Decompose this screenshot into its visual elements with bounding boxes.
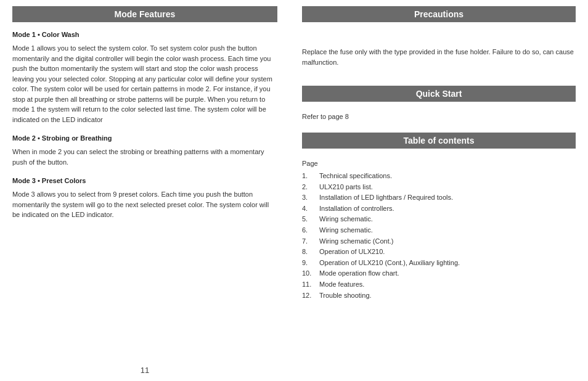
toc-list-item: 3.Installation of LED lightbars / Requir… — [302, 192, 576, 203]
mode3-text: Mode 3 allows you to select from 9 prese… — [12, 189, 277, 220]
toc-item-text: Operation of ULX210 (Cont.), Auxiliary l… — [319, 258, 460, 269]
toc-item-text: Wiring schematic (Cont.) — [319, 236, 393, 247]
toc-header: Table of contents — [302, 133, 576, 149]
toc-list-item: 12.Trouble shooting. — [302, 290, 576, 301]
toc-page-label: Page — [302, 160, 576, 167]
precautions-header: Precautions — [302, 6, 576, 22]
toc-list-item: 1.Technical specifications. — [302, 171, 576, 182]
toc-item-num: 7. — [302, 236, 319, 247]
toc-item-text: Installation of controllers. — [319, 203, 394, 215]
toc-item-num: 12. — [302, 290, 319, 301]
mode1-title: Mode 1 • Color Wash — [12, 31, 277, 38]
toc-item-num: 11. — [302, 279, 319, 290]
toc-item-num: 6. — [302, 225, 319, 236]
toc-item-text: Wiring schematic. — [319, 214, 373, 225]
toc-item-text: Operation of ULX210. — [319, 247, 385, 258]
quick-start-header: Quick Start — [302, 86, 576, 102]
toc-item-num: 1. — [302, 171, 319, 182]
toc-list-item: 11.Mode features. — [302, 279, 576, 290]
toc-list-item: 9.Operation of ULX210 (Cont.), Auxiliary… — [302, 258, 576, 269]
toc-list-item: 2.ULX210 parts list. — [302, 182, 576, 193]
mode-features-header: Mode Features — [12, 6, 277, 22]
toc-list-item: 4.Installation of controllers. — [302, 203, 576, 215]
toc-item-text: Mode features. — [319, 279, 364, 290]
toc-list-item: 8.Operation of ULX210. — [302, 247, 576, 258]
toc-item-num: 5. — [302, 214, 319, 225]
toc-item-text: ULX210 parts list. — [319, 182, 373, 193]
toc-item-num: 3. — [302, 192, 319, 203]
page-number: 11 — [12, 362, 277, 375]
toc-item-num: 8. — [302, 247, 319, 258]
toc-item-num: 10. — [302, 268, 319, 279]
mode1-text: Mode 1 allows you to select the system c… — [12, 43, 277, 125]
toc-item-num: 2. — [302, 182, 319, 193]
toc-list-item: 5.Wiring schematic. — [302, 214, 576, 225]
right-column: Precautions Replace the fuse only with t… — [290, 6, 588, 375]
mode2-text: When in mode 2 you can select the strobi… — [12, 147, 277, 167]
toc-list-item: 10.Mode operation flow chart. — [302, 268, 576, 279]
toc-item-text: Mode operation flow chart. — [319, 268, 399, 279]
toc-item-num: 9. — [302, 258, 319, 269]
toc-list-item: 6.Wiring schematic. — [302, 225, 576, 236]
mode2-title: Mode 2 • Strobing or Breathing — [12, 134, 277, 142]
quick-start-text: Refer to page 8 — [302, 113, 576, 120]
left-column: Mode Features Mode 1 • Color Wash Mode 1… — [0, 6, 290, 375]
mode3-title: Mode 3 • Preset Colors — [12, 177, 277, 184]
toc-item-text: Technical specifications. — [319, 171, 392, 182]
toc-item-text: Trouble shooting. — [319, 290, 372, 301]
precautions-text: Replace the fuse only with the type prov… — [302, 47, 576, 67]
toc-list: 1.Technical specifications.2.ULX210 part… — [302, 171, 576, 301]
toc-item-text: Wiring schematic. — [319, 225, 373, 236]
toc-item-num: 4. — [302, 203, 319, 215]
toc-item-text: Installation of LED lightbars / Required… — [319, 192, 453, 203]
toc-list-item: 7.Wiring schematic (Cont.) — [302, 236, 576, 247]
